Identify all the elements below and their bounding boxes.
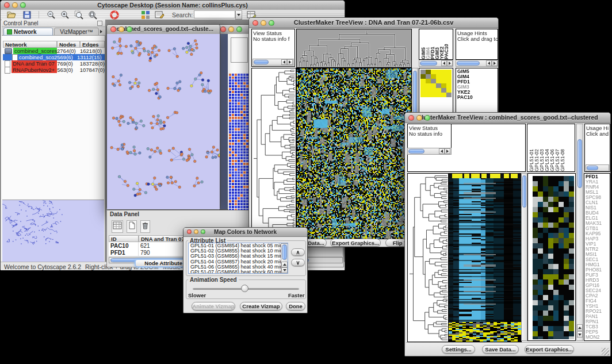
heatmap-vscrollbar[interactable] — [521, 173, 527, 341]
gene-label[interactable]: PAN1 — [584, 314, 610, 319]
scroll-left-button[interactable] — [486, 60, 492, 66]
scrollbar-thumb[interactable] — [577, 139, 582, 188]
attribute-item[interactable]: GPL51-04 (GSM857) heat shock 20 min — [189, 259, 288, 265]
close-button[interactable] — [187, 229, 192, 234]
gene-label[interactable]: CPA2 — [584, 293, 610, 298]
network-row-combined-scores[interactable]: combined_scores 2764(0) 16218(0) — [3, 48, 105, 54]
column-label[interactable]: GIM3 — [435, 30, 439, 59]
minimize-button[interactable] — [194, 229, 198, 234]
close-button[interactable] — [408, 115, 414, 121]
export-graphics-button[interactable]: Export Graphics... — [525, 345, 574, 354]
network-row-dna-and-tran[interactable]: DNA and Tran 07 769(0) 183728(0) — [3, 60, 105, 67]
gene-label[interactable]: HRD3 — [584, 278, 610, 283]
gene-label[interactable]: TCB3 — [584, 324, 610, 329]
view-status-hscrollbar[interactable] — [407, 148, 452, 155]
scroll-right-button[interactable] — [445, 148, 450, 154]
zoom-button[interactable] — [269, 20, 274, 26]
minimize-button[interactable] — [12, 2, 18, 8]
column-label[interactable]: GPL51-04 (GSM857) — [545, 125, 550, 171]
gene-label[interactable]: YRA1 — [584, 179, 610, 185]
gene-label[interactable]: PFD1 — [456, 79, 498, 85]
delete-icon[interactable] — [140, 220, 150, 233]
scroll-left-button[interactable] — [439, 148, 445, 154]
attribute-item[interactable]: GPL51-01 (GSM854) heat shock 05 min — [189, 243, 288, 248]
gene-label[interactable]: YKE2 — [456, 90, 498, 95]
data-row-id[interactable]: PFD1 — [109, 249, 139, 256]
treeview2-main-vscrollbar[interactable] — [576, 124, 583, 341]
gene-label[interactable]: GIM4 — [456, 74, 498, 79]
gene-label[interactable]: HMG1 — [584, 262, 610, 267]
network-overview-canvas[interactable] — [2, 200, 104, 262]
column-label[interactable]: GPL51-01 (GSM854) — [529, 125, 534, 171]
gene-label[interactable]: RNR4 — [584, 185, 610, 190]
gene-label[interactable]: RPO21 — [584, 309, 610, 314]
attribute-item[interactable]: GPL51-02 (GSM855) heat shock 10 min — [189, 248, 288, 254]
scroll-right-button[interactable] — [447, 60, 453, 66]
table-icon[interactable] — [112, 220, 123, 233]
done-button[interactable]: Done — [286, 302, 305, 311]
gene-label[interactable]: GTB1 — [584, 226, 610, 231]
zoom-button[interactable] — [236, 26, 242, 32]
attribute-item[interactable]: GPL51-06 (GSM865) heat shock 40 min — [189, 265, 288, 270]
gene-label[interactable]: NIS1 — [584, 205, 610, 210]
gene-label[interactable]: PFD1 — [584, 174, 610, 179]
column-label[interactable]: PAC10 — [444, 30, 449, 59]
heatmap-canvas[interactable] — [296, 68, 412, 239]
main-title-bar[interactable]: Cytoscape Desktop (Session Name: collins… — [1, 1, 345, 10]
tab-vizmapper[interactable]: VizMapper™ — [54, 28, 99, 36]
gene-label[interactable]: FIG4 — [584, 298, 610, 304]
gene-label[interactable]: PEP5 — [584, 329, 610, 335]
gene-label[interactable]: BUD4 — [584, 210, 610, 216]
search-dropdown-button[interactable] — [235, 10, 242, 20]
speed-slider-thumb[interactable] — [241, 285, 248, 292]
grid-network-canvas[interactable] — [228, 73, 250, 217]
minimize-button[interactable] — [228, 26, 234, 32]
resize-grip[interactable] — [602, 348, 609, 355]
gene-label[interactable]: SEC24 — [584, 288, 610, 293]
gene-label[interactable]: RPN1 — [584, 319, 610, 324]
close-button[interactable] — [220, 26, 226, 32]
zoom-button[interactable] — [201, 229, 205, 234]
gene-label[interactable]: HAP3 — [584, 236, 610, 242]
attribute-item[interactable]: GPL51-07 (GSM868) heat shock 60 min — [189, 270, 288, 274]
scrollbar-thumb[interactable] — [587, 166, 598, 170]
scroll-right-button[interactable] — [287, 59, 293, 65]
column-label[interactable]: GIM4 — [426, 30, 430, 59]
zoom-button[interactable] — [424, 115, 430, 121]
column-label[interactable]: GPL51-06 (GSM865) — [550, 125, 555, 171]
gene-label[interactable]: YSH1 — [584, 304, 610, 309]
usage-hints-hscrollbar[interactable] — [586, 164, 609, 171]
scroll-left-button[interactable] — [441, 60, 447, 66]
scroll-up-button[interactable] — [281, 262, 288, 267]
scrollbar-thumb[interactable] — [420, 61, 437, 66]
minimize-button[interactable] — [416, 115, 422, 121]
treeview2-title-bar[interactable]: ClusterMaker TreeView : combined_scores_… — [405, 113, 610, 123]
column-labels-hscrollbar[interactable] — [419, 60, 453, 67]
gene-label[interactable]: PAC10 — [456, 95, 498, 100]
gene-label[interactable]: MAK31 — [584, 221, 610, 226]
gene-label[interactable]: GPI16 — [584, 283, 610, 288]
gene-label[interactable]: MON2 — [584, 335, 610, 340]
column-label[interactable]: YKE2 — [439, 30, 444, 59]
export-graphics-button[interactable]: Export Graphics... — [330, 239, 381, 247]
scroll-up-button[interactable] — [577, 324, 583, 331]
settings-button[interactable]: Settings... — [442, 345, 475, 354]
close-button[interactable] — [4, 2, 10, 8]
gene-label[interactable]: VIP1 — [584, 242, 610, 247]
create-vizmap-button[interactable]: Create Vizmap — [240, 302, 282, 311]
column-label[interactable]: GIM5 — [421, 30, 426, 59]
gene-label[interactable]: PHO81 — [584, 267, 610, 273]
move-up-button[interactable]: ∧ — [291, 248, 305, 256]
attribute-item[interactable]: GPL51-03 (GSM856) heat shock 15 min — [189, 254, 288, 259]
minimize-button[interactable] — [261, 20, 266, 26]
row-dendrogram-canvas[interactable] — [251, 68, 296, 239]
column-label[interactable]: GPL51-07 (GSM868) — [555, 125, 560, 171]
view-status-hscrollbar[interactable] — [253, 59, 294, 66]
row-dendrogram-canvas[interactable] — [407, 173, 449, 342]
scrollbar-thumb[interactable] — [457, 61, 480, 66]
gene-label[interactable]: ELG1 — [584, 216, 610, 221]
new-document-icon[interactable] — [127, 220, 137, 233]
animate-vizmap-button[interactable]: Animate Vizmap — [192, 302, 235, 311]
attribute-list-vscrollbar[interactable] — [281, 243, 288, 274]
treeview1-title-bar[interactable]: ClusterMaker TreeView : DNA and Tran 07-… — [249, 18, 498, 28]
